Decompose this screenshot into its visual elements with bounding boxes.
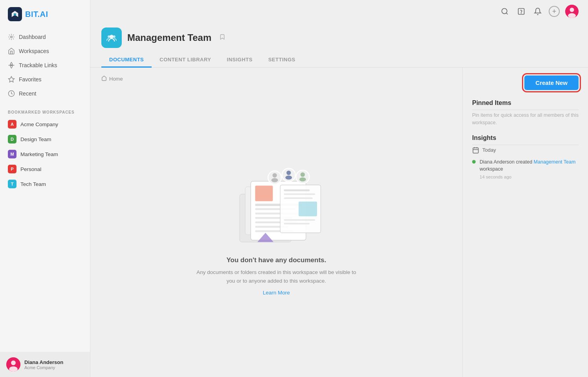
tab-content-library[interactable]: CONTENT LIBRARY bbox=[152, 53, 219, 68]
svg-point-40 bbox=[271, 178, 278, 182]
footer-info: Diana Anderson Acme Company bbox=[24, 359, 63, 370]
svg-rect-47 bbox=[473, 148, 478, 153]
main-panel: Home bbox=[90, 68, 462, 377]
svg-rect-32 bbox=[284, 193, 315, 195]
avatar bbox=[6, 357, 20, 371]
tab-settings[interactable]: SETTINGS bbox=[260, 53, 303, 68]
bookmark-icon[interactable] bbox=[219, 34, 225, 42]
workspace-item-design[interactable]: D Design Team bbox=[0, 132, 90, 147]
workspaces-icon bbox=[8, 48, 15, 55]
favorites-icon bbox=[8, 76, 15, 83]
svg-point-18 bbox=[113, 35, 115, 38]
svg-point-17 bbox=[108, 35, 110, 38]
empty-desc: Any documents or folders created in this… bbox=[194, 268, 359, 285]
workspace-header: Management Team bbox=[90, 23, 588, 48]
insights-divider bbox=[472, 145, 579, 145]
empty-illustration bbox=[218, 162, 335, 248]
svg-rect-22 bbox=[255, 186, 273, 201]
svg-marker-4 bbox=[9, 77, 15, 82]
workspace-badge-tech: T bbox=[8, 180, 16, 188]
search-icon-topbar[interactable] bbox=[499, 6, 510, 17]
main-area: + Management Team bbox=[90, 0, 588, 377]
empty-state: You don't have any documents. Any docume… bbox=[101, 88, 451, 369]
user-avatar-topbar[interactable] bbox=[565, 5, 579, 18]
dashboard-icon bbox=[8, 33, 15, 40]
insights-title: Insights bbox=[472, 134, 579, 142]
workspace-icon-large bbox=[101, 28, 122, 48]
insight-time: 14 seconds ago bbox=[480, 174, 579, 180]
bell-icon[interactable] bbox=[532, 6, 543, 17]
insight-item: Diana Anderson created Management Team w… bbox=[472, 158, 579, 181]
right-panel: Create New Pinned Items Pin items for qu… bbox=[462, 68, 588, 377]
sidebar-item-dashboard[interactable]: Dashboard bbox=[0, 30, 90, 44]
sidebar-item-recent[interactable]: Recent bbox=[0, 86, 90, 101]
sidebar-item-workspaces[interactable]: Workspaces bbox=[0, 44, 90, 58]
bookmarked-workspaces-label: BOOKMARKED WORKSPACES bbox=[0, 104, 90, 117]
svg-point-12 bbox=[521, 13, 522, 13]
insight-dot bbox=[472, 160, 476, 164]
workspace-badge-marketing: M bbox=[8, 150, 16, 158]
recent-icon bbox=[8, 90, 15, 97]
insight-action2: workspace bbox=[480, 166, 503, 172]
pinned-items-title: Pinned Items bbox=[472, 99, 579, 107]
insights-today: Today bbox=[472, 147, 579, 154]
insight-user: Diana Anderson bbox=[480, 159, 515, 165]
workspace-badge-personal: P bbox=[8, 165, 16, 173]
svg-point-39 bbox=[272, 173, 277, 177]
sidebar-item-favorites[interactable]: Favorites bbox=[0, 72, 90, 86]
home-icon bbox=[101, 75, 107, 82]
tabs-bar: DOCUMENTS CONTENT LIBRARY INSIGHTS SETTI… bbox=[90, 53, 588, 68]
create-new-button[interactable]: Create New bbox=[524, 75, 579, 90]
insight-action: created bbox=[515, 159, 534, 165]
breadcrumb: Home bbox=[101, 75, 451, 82]
svg-marker-1 bbox=[14, 13, 16, 16]
trackable-links-icon bbox=[8, 62, 15, 69]
logo[interactable]: BIT.AI bbox=[0, 0, 90, 27]
create-new-wrapper: Create New bbox=[472, 75, 579, 90]
svg-point-14 bbox=[570, 8, 574, 12]
pinned-items-desc: Pin items for quick access for all membe… bbox=[472, 112, 579, 127]
svg-point-7 bbox=[11, 360, 16, 365]
sidebar-footer[interactable]: Diana Anderson Acme Company bbox=[0, 352, 90, 377]
calendar-icon bbox=[472, 147, 479, 154]
empty-title: You don't have any documents. bbox=[226, 256, 326, 264]
svg-rect-33 bbox=[284, 197, 312, 199]
workspace-badge-acme: A bbox=[8, 120, 16, 129]
tab-documents[interactable]: DOCUMENTS bbox=[101, 53, 152, 68]
svg-line-10 bbox=[506, 13, 508, 15]
tab-insights[interactable]: INSIGHTS bbox=[219, 53, 260, 68]
svg-point-2 bbox=[11, 36, 13, 38]
svg-rect-36 bbox=[284, 223, 310, 224]
pinned-items-divider bbox=[472, 110, 579, 110]
workspace-title: Management Team bbox=[127, 32, 211, 43]
breadcrumb-home-label: Home bbox=[109, 76, 123, 82]
content-area: Home bbox=[90, 68, 588, 377]
workspace-item-tech[interactable]: T Tech Team bbox=[0, 177, 90, 191]
sidebar-nav: Dashboard Workspaces Trackable Links Fav… bbox=[0, 27, 90, 104]
svg-point-15 bbox=[568, 13, 576, 18]
pinned-items-section: Pinned Items Pin items for quick access … bbox=[472, 99, 579, 127]
svg-rect-34 bbox=[299, 202, 317, 217]
svg-point-45 bbox=[300, 172, 304, 177]
learn-more-link[interactable]: Learn More bbox=[263, 290, 290, 296]
sidebar: BIT.AI Dashboard Workspaces Trackable Li… bbox=[0, 0, 90, 377]
workspace-item-acme[interactable]: A Acme Company bbox=[0, 117, 90, 132]
logo-icon bbox=[8, 7, 22, 21]
topbar: + bbox=[90, 0, 588, 23]
svg-rect-31 bbox=[284, 189, 310, 191]
add-button-topbar[interactable]: + bbox=[549, 6, 560, 17]
logo-text: BIT.AI bbox=[25, 10, 48, 19]
svg-point-43 bbox=[285, 175, 292, 179]
svg-point-46 bbox=[299, 177, 306, 181]
insights-section: Insights Today Diana Anderson created Ma… bbox=[472, 134, 579, 181]
help-icon[interactable] bbox=[516, 6, 527, 17]
svg-rect-35 bbox=[284, 219, 315, 221]
workspace-list: A Acme Company D Design Team M Marketing… bbox=[0, 117, 90, 191]
svg-point-9 bbox=[502, 9, 507, 14]
insight-text: Diana Anderson created Management Team w… bbox=[480, 158, 579, 181]
workspace-item-marketing[interactable]: M Marketing Team bbox=[0, 147, 90, 162]
svg-point-42 bbox=[286, 171, 291, 175]
workspace-item-personal[interactable]: P Personal bbox=[0, 162, 90, 177]
insight-link[interactable]: Management Team bbox=[534, 159, 576, 165]
sidebar-item-trackable-links[interactable]: Trackable Links bbox=[0, 58, 90, 72]
